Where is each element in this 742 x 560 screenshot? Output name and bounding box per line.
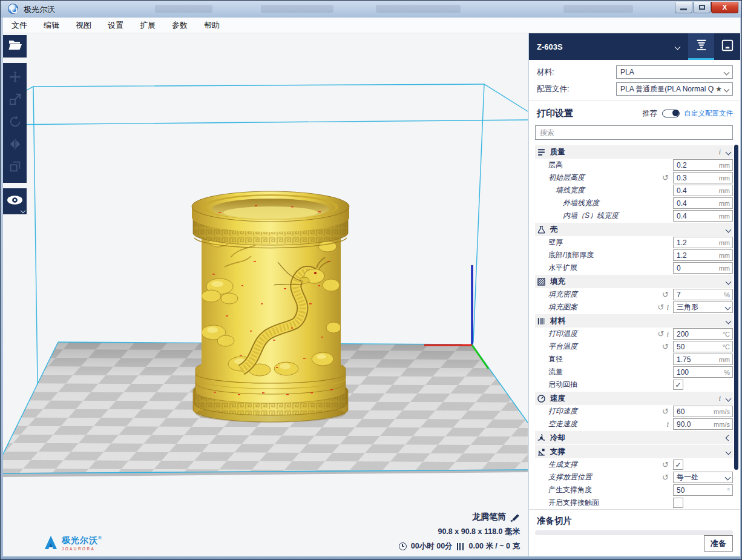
- section-header-infill[interactable]: 填充: [535, 275, 733, 288]
- move-tool-button[interactable]: [5, 68, 25, 88]
- section-header-material[interactable]: 材料: [535, 314, 733, 328]
- setting-input[interactable]: 0.3mm: [673, 172, 733, 183]
- material-select[interactable]: PLA: [616, 65, 733, 79]
- printer-monitor-tab[interactable]: [714, 33, 740, 60]
- speed-icon: [537, 394, 546, 403]
- setting-checkbox[interactable]: [673, 498, 683, 508]
- section-header-layers[interactable]: 质量i: [535, 145, 733, 159]
- title-bar[interactable]: 极光尔沃 X: [1, 1, 742, 18]
- shell-icon: [537, 225, 546, 234]
- search-input[interactable]: [535, 125, 733, 140]
- setting-row: 底部/顶部厚度1.2mm: [535, 249, 733, 262]
- reset-icon[interactable]: ↺: [662, 473, 669, 481]
- reset-icon[interactable]: ↺: [657, 330, 664, 338]
- setting-input[interactable]: 1.2mm: [673, 237, 733, 248]
- menu-item-3[interactable]: 设置: [108, 20, 123, 31]
- setting-input[interactable]: 7%: [673, 289, 733, 300]
- setting-input[interactable]: 0.2mm: [673, 159, 733, 171]
- setting-input[interactable]: 60mm/s: [673, 406, 733, 417]
- menu-item-6[interactable]: 帮助: [204, 20, 220, 31]
- per-model-settings-button[interactable]: [5, 158, 25, 177]
- setting-input[interactable]: 0mm: [673, 262, 733, 274]
- prepare-button[interactable]: 准备: [704, 535, 733, 552]
- setting-row: 直径1.75mm: [535, 353, 733, 366]
- open-file-button[interactable]: [5, 37, 25, 56]
- chevron-down-icon: [21, 208, 25, 213]
- titlebar-ghost: [155, 5, 212, 13]
- recommended-toggle[interactable]: [662, 110, 680, 117]
- setting-row: 外墙线宽度0.4mm: [535, 197, 733, 209]
- menu-item-4[interactable]: 扩展: [140, 20, 156, 31]
- setting-input[interactable]: 50°: [673, 484, 733, 496]
- reset-icon[interactable]: ↺: [662, 461, 669, 469]
- model-info: 龙腾笔筒 90.8 x 90.8 x 118.0 毫米 00小时 00分 0.0…: [399, 512, 520, 552]
- chevron-left-icon: [726, 435, 732, 441]
- profile-select[interactable]: PLA 普通质量(PLA Normal Qua ★: [616, 82, 733, 96]
- reset-icon[interactable]: ↺: [662, 407, 669, 415]
- rename-pencil-icon[interactable]: [511, 513, 520, 522]
- viewport-3d[interactable]: 龙腾笔筒 90.8 x 90.8 x 118.0 毫米 00小时 00分 0.0…: [3, 33, 528, 558]
- setting-dropdown[interactable]: 每一处: [673, 472, 733, 483]
- setting-label: 打印速度: [548, 406, 577, 417]
- section-header-support[interactable]: 支撑: [535, 445, 733, 458]
- setting-label: 底部/顶部厚度: [548, 250, 594, 260]
- setting-dropdown[interactable]: 三角形: [673, 301, 733, 313]
- setting-row: 开启支撑接触面: [535, 496, 733, 509]
- support-icon: [537, 447, 546, 456]
- menu-item-1[interactable]: 编辑: [44, 20, 59, 31]
- setting-row: 平台温度↺50°C: [535, 340, 733, 353]
- mirror-tool-button[interactable]: [5, 136, 25, 155]
- setting-input[interactable]: 0.4mm: [673, 210, 733, 222]
- menu-item-2[interactable]: 视图: [76, 20, 91, 31]
- setting-label: 支撑放置位置: [548, 472, 592, 483]
- maximize-button[interactable]: [693, 2, 711, 13]
- reset-icon[interactable]: ↺: [657, 303, 664, 311]
- setting-checkbox[interactable]: ✓: [673, 460, 683, 470]
- printer-dropdown-chevron-icon[interactable]: [675, 44, 681, 50]
- section-header-cooling[interactable]: 冷却: [535, 431, 733, 444]
- setting-checkbox[interactable]: ✓: [673, 380, 683, 390]
- rotate-tool-button[interactable]: [5, 113, 25, 133]
- setting-row: 墙线宽度0.4mm: [535, 184, 733, 197]
- scale-tool-button[interactable]: [5, 91, 25, 110]
- scale-icon: [8, 93, 22, 108]
- setting-label: 平台温度: [548, 341, 577, 352]
- setting-input[interactable]: 200°C: [673, 328, 733, 340]
- reset-icon[interactable]: ↺: [662, 174, 669, 182]
- scrollbar-thumb[interactable]: [734, 145, 738, 470]
- close-button[interactable]: X: [711, 2, 738, 13]
- toolbar-tools-group: [3, 63, 27, 183]
- setting-label: 填充密度: [548, 289, 577, 300]
- setting-input[interactable]: 0.4mm: [673, 197, 733, 209]
- rotate-icon: [8, 115, 22, 131]
- setting-input[interactable]: 100%: [673, 366, 733, 378]
- menu-item-5[interactable]: 参数: [172, 20, 188, 31]
- setting-row: 壁厚1.2mm: [535, 236, 733, 249]
- reset-icon[interactable]: ↺: [662, 291, 669, 298]
- setting-input[interactable]: 0.4mm: [673, 185, 733, 196]
- chevron-down-icon: [726, 226, 732, 232]
- setting-input[interactable]: 1.2mm: [673, 249, 733, 261]
- view-options-button[interactable]: [3, 188, 27, 214]
- setting-row: 水平扩展0mm: [535, 262, 733, 274]
- minimize-button[interactable]: [675, 2, 692, 13]
- material-label: 材料:: [537, 67, 554, 77]
- section-header-speed[interactable]: 速度i: [535, 392, 733, 405]
- setting-row: 生成支撑↺✓: [535, 458, 733, 471]
- print-settings-tab[interactable]: [688, 33, 714, 60]
- move-icon: [8, 70, 22, 86]
- setting-input[interactable]: 1.75mm: [673, 354, 733, 365]
- model-dragon-pen-holder[interactable]: [192, 191, 349, 423]
- reset-icon[interactable]: ↺: [662, 343, 669, 351]
- model-name: 龙腾笔筒: [472, 512, 506, 522]
- menu-item-0[interactable]: 文件: [11, 20, 27, 31]
- setting-row: 初始层高度↺0.3mm: [535, 171, 733, 184]
- setting-input[interactable]: 90.0mm/s: [673, 418, 733, 430]
- custom-profile-link[interactable]: 自定义配置文件: [685, 109, 734, 118]
- setting-input[interactable]: 50°C: [673, 341, 733, 352]
- setting-label: 空走速度: [548, 419, 577, 429]
- section-header-shell[interactable]: 壳: [535, 223, 733, 236]
- recommended-label: 推荐: [643, 108, 657, 119]
- section-title: 填充: [550, 277, 565, 287]
- model-dimensions: 90.8 x 90.8 x 118.0 毫米: [399, 527, 520, 537]
